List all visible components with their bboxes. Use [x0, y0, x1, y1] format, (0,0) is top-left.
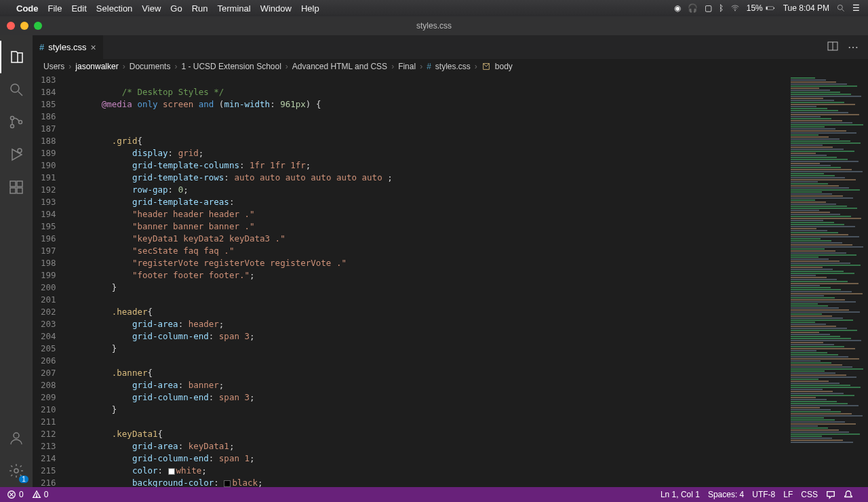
svg-rect-14 [10, 188, 16, 193]
menu-go[interactable]: Go [170, 3, 182, 14]
accounts-icon[interactable] [0, 422, 33, 455]
close-window-button[interactable] [7, 22, 15, 30]
breadcrumb-item[interactable]: Users [43, 62, 64, 71]
status-lang[interactable]: CSS [801, 490, 818, 499]
close-tab-icon[interactable]: × [91, 42, 96, 53]
svg-rect-3 [774, 7, 774, 9]
svg-rect-2 [766, 7, 768, 9]
notifications-icon[interactable] [844, 490, 853, 499]
status-errors[interactable]: 0 [7, 490, 24, 499]
traffic-lights [7, 22, 42, 30]
window-title: styles.css [416, 21, 452, 31]
airplay-icon[interactable]: ▢ [705, 3, 712, 13]
status-lncol[interactable]: Ln 1, Col 1 [660, 490, 700, 499]
extensions-icon[interactable] [0, 171, 33, 204]
svg-line-7 [18, 92, 22, 96]
status-encoding[interactable]: UTF-8 [752, 490, 775, 499]
status-spaces[interactable]: Spaces: 4 [708, 490, 744, 499]
battery-status[interactable]: 15% [747, 3, 775, 13]
breadcrumb-item[interactable]: body [495, 62, 513, 71]
status-warnings[interactable]: 0 [32, 490, 49, 499]
menu-run[interactable]: Run [192, 3, 208, 14]
status-bar: 0 0 Ln 1, Col 1 Spaces: 4 UTF-8 LF CSS [0, 487, 868, 502]
status-eol[interactable]: LF [783, 490, 793, 499]
explorer-icon[interactable] [0, 41, 33, 73]
breadcrumbs[interactable]: Users› jasonwalker› Documents› 1 - UCSD … [33, 59, 868, 74]
svg-point-11 [18, 149, 22, 153]
source-control-icon[interactable] [0, 106, 33, 138]
svg-point-9 [11, 125, 14, 128]
svg-line-5 [842, 9, 844, 12]
headphones-icon[interactable]: 🎧 [688, 3, 698, 13]
svg-rect-13 [17, 181, 22, 187]
svg-point-6 [11, 84, 19, 92]
activity-bar: 1 [0, 35, 33, 487]
breadcrumb-item[interactable]: styles.css [435, 62, 471, 71]
line-number-gutter: 1831841851861871881891901911921931941951… [33, 74, 68, 487]
svg-point-24 [36, 496, 37, 497]
svg-point-16 [14, 433, 19, 438]
run-debug-icon[interactable] [0, 138, 33, 171]
clock[interactable]: Tue 8:04 PM [783, 3, 829, 13]
breadcrumb-item[interactable]: Advanced HTML and CSS [292, 62, 387, 71]
svg-point-8 [11, 117, 14, 120]
bluetooth-icon[interactable]: ᛒ [719, 3, 724, 13]
menu-file[interactable]: File [48, 3, 62, 14]
settings-badge: 1 [19, 476, 28, 483]
breadcrumb-item[interactable]: 1 - UCSD Extension School [181, 62, 281, 71]
tab-styles-css[interactable]: # styles.css × [33, 35, 104, 59]
search-icon[interactable] [0, 73, 33, 106]
breadcrumb-item[interactable]: Final [398, 62, 416, 71]
app-name[interactable]: Code [16, 3, 39, 14]
svg-point-4 [837, 5, 842, 9]
menu-selection[interactable]: Selection [96, 3, 132, 14]
menu-help[interactable]: Help [301, 3, 319, 14]
breadcrumb-item[interactable]: jasonwalker [75, 62, 118, 71]
control-center-icon[interactable]: ☰ [852, 3, 860, 13]
split-editor-icon[interactable] [827, 41, 838, 54]
minimap[interactable] [787, 74, 868, 487]
feedback-icon[interactable] [826, 490, 835, 499]
symbol-icon [481, 62, 491, 71]
svg-point-0 [734, 10, 736, 12]
minimize-window-button[interactable] [20, 22, 28, 30]
svg-rect-15 [17, 188, 22, 193]
macos-menubar: Code File Edit Selection View Go Run Ter… [0, 0, 868, 16]
creative-cloud-icon[interactable]: ◉ [674, 3, 681, 13]
more-actions-icon[interactable]: ⋯ [848, 41, 859, 54]
css-file-icon: # [39, 42, 44, 52]
css-file-icon: # [427, 62, 431, 71]
menu-view[interactable]: View [142, 3, 161, 14]
window-titlebar: styles.css [0, 16, 868, 35]
svg-rect-12 [10, 181, 16, 187]
menu-terminal[interactable]: Terminal [218, 3, 251, 14]
svg-point-17 [14, 469, 18, 473]
settings-icon[interactable]: 1 [0, 455, 33, 487]
breadcrumb-item[interactable]: Documents [130, 62, 171, 71]
tab-label: styles.css [48, 42, 86, 52]
code-editor[interactable]: 1831841851861871881891901911921931941951… [33, 74, 868, 487]
wifi-icon[interactable] [730, 3, 740, 13]
fullscreen-window-button[interactable] [34, 22, 42, 30]
spotlight-icon[interactable] [836, 3, 846, 13]
menu-window[interactable]: Window [260, 3, 292, 14]
editor-tabs: # styles.css × ⋯ [33, 35, 868, 59]
menu-edit[interactable]: Edit [71, 3, 86, 14]
code-content[interactable]: /* Desktop Styles */ @media only screen … [68, 74, 787, 487]
